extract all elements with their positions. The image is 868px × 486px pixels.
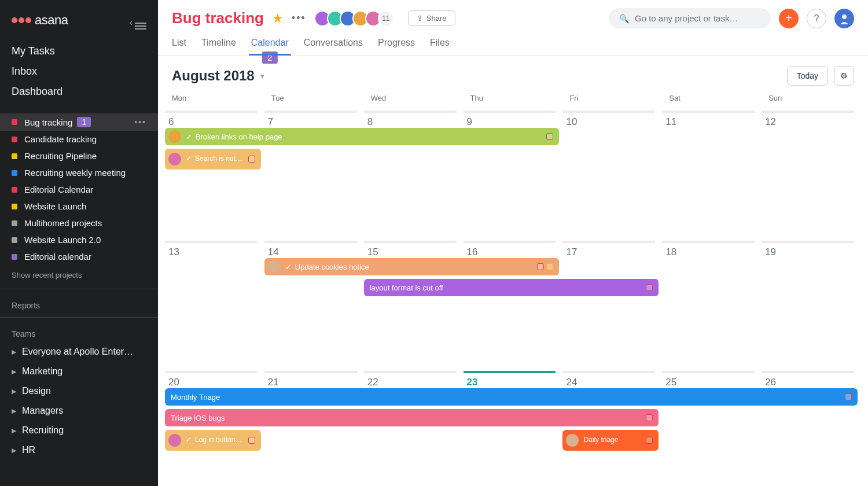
team-item[interactable]: ▶Design	[0, 381, 158, 401]
project-label: Multihomed projects	[24, 218, 102, 228]
calendar-event[interactable]: ✓Update cookies notice	[264, 258, 560, 275]
reports-heading[interactable]: Reports	[0, 293, 158, 314]
calendar-day[interactable]: 14	[264, 237, 364, 367]
collapse-sidebar-icon[interactable]	[135, 10, 146, 30]
calendar-day[interactable]: 15	[364, 237, 464, 367]
add-button[interactable]: +	[779, 9, 799, 28]
sidebar-project-item[interactable]: Editorial Calendar	[0, 181, 158, 198]
month-dropdown-icon[interactable]: ▾	[260, 72, 264, 80]
sidebar-project-item[interactable]: Website Launch	[0, 198, 158, 215]
team-item[interactable]: ▶Everyone at Apollo Enter…	[0, 342, 158, 362]
sidebar-project-item[interactable]: Candidate tracking	[0, 131, 158, 148]
day-number: 22	[364, 377, 460, 388]
svg-point-0	[842, 14, 847, 19]
team-item[interactable]: ▶HR	[0, 440, 158, 460]
team-item[interactable]: ▶Managers	[0, 401, 158, 421]
tab-conversations[interactable]: Conversations	[304, 38, 363, 55]
show-recent-projects[interactable]: Show recent projects	[0, 265, 158, 285]
sidebar-project-item[interactable]: Multihomed projects	[0, 215, 158, 231]
tab-timeline[interactable]: Timeline	[201, 38, 236, 55]
calendar-day[interactable]: 17	[562, 237, 662, 367]
project-title[interactable]: Bug tracking	[172, 9, 264, 27]
search-input[interactable]	[635, 13, 760, 23]
project-more-icon[interactable]: •••	[292, 12, 306, 24]
sidebar-project-item[interactable]: Editorial calendar	[0, 248, 158, 265]
tabs: ListTimelineCalendar2ConversationsProgre…	[158, 28, 868, 56]
event-tag-dot	[646, 414, 653, 421]
logo[interactable]: asana	[12, 13, 68, 28]
team-label: Recruiting	[22, 425, 64, 436]
help-button[interactable]: ?	[807, 9, 826, 28]
sidebar-nav-inbox[interactable]: Inbox	[0, 61, 158, 82]
day-number: 7	[264, 116, 361, 128]
team-item[interactable]: ▶Recruiting	[0, 421, 158, 440]
project-color-icon	[12, 170, 17, 176]
weekday-label: Tue	[264, 91, 364, 107]
tab-calendar[interactable]: Calendar2	[251, 38, 289, 55]
sidebar-project-item[interactable]: Website Launch 2.0	[0, 231, 158, 248]
user-avatar[interactable]	[834, 9, 854, 28]
check-icon: ✓	[285, 263, 292, 271]
share-icon: ⇪	[417, 14, 423, 23]
day-number: 19	[762, 246, 858, 258]
caret-icon: ▶	[12, 348, 16, 356]
sidebar-project-item[interactable]: Recruiting weekly meeting	[0, 164, 158, 181]
day-number: 26	[762, 377, 858, 388]
day-number: 12	[762, 116, 858, 128]
calendar-event[interactable]: ✓Broken links on help page	[165, 128, 559, 145]
event-title: Log in button…	[195, 436, 242, 444]
sidebar-nav-dashboard[interactable]: Dashboard	[0, 82, 158, 102]
calendar-event[interactable]: Triage iOS bugs	[165, 409, 659, 426]
star-icon[interactable]: ★	[272, 11, 284, 26]
event-tag-dot	[537, 263, 544, 270]
tab-list[interactable]: List	[172, 38, 186, 55]
month-title[interactable]: August 2018	[172, 68, 255, 84]
calendar-event[interactable]: ✓Search is not…	[165, 149, 261, 170]
day-number: 10	[562, 116, 659, 128]
filter-button[interactable]: ⚙	[834, 66, 854, 86]
calendar-day[interactable]: 16	[464, 237, 563, 367]
event-avatar	[268, 260, 281, 273]
calendar-day[interactable]: 19	[762, 237, 861, 367]
member-avatars[interactable]: 11	[318, 10, 394, 27]
day-number: 13	[165, 246, 261, 258]
logo-text: asana	[35, 13, 68, 28]
team-label: Managers	[22, 406, 63, 416]
tab-files[interactable]: Files	[430, 38, 450, 55]
day-number: 25	[662, 377, 758, 388]
member-count[interactable]: 11	[378, 10, 394, 27]
project-label: Candidate tracking	[24, 134, 97, 144]
event-avatar	[168, 130, 181, 143]
sidebar-project-item[interactable]: Recruiting Pipeline	[0, 148, 158, 164]
event-title: Update cookies notice	[295, 263, 369, 271]
share-label: Share	[426, 14, 447, 23]
project-label: Editorial Calendar	[24, 185, 93, 194]
project-color-icon	[12, 137, 17, 142]
tab-progress[interactable]: Progress	[378, 38, 415, 55]
day-number: 20	[165, 377, 261, 388]
teams-heading: Teams	[0, 321, 158, 342]
calendar-event[interactable]: Monthly Triage	[165, 388, 858, 406]
today-button[interactable]: Today	[787, 66, 828, 86]
day-number: 18	[662, 246, 758, 258]
event-title: layout format is cut off	[370, 284, 443, 292]
caret-icon: ▶	[12, 447, 16, 454]
calendar-event[interactable]: Daily triage	[562, 430, 659, 451]
calendar-day[interactable]: 18	[662, 237, 762, 367]
calendar-event[interactable]: layout format is cut off	[364, 279, 659, 296]
sidebar-project-item[interactable]: Bug tracking1•••	[0, 113, 158, 131]
project-more-icon[interactable]: •••	[134, 117, 146, 127]
project-label: Website Launch	[24, 201, 86, 211]
share-button[interactable]: ⇪ Share	[408, 10, 455, 26]
calendar-day[interactable]: 13	[165, 237, 264, 367]
event-title: Daily triage	[583, 436, 618, 444]
check-icon: ✓	[186, 436, 192, 444]
caret-icon: ▶	[12, 427, 16, 435]
calendar-event[interactable]: ✓Log in button…	[165, 430, 261, 451]
team-item[interactable]: ▶Marketing	[0, 362, 158, 381]
event-avatar	[168, 153, 181, 165]
day-number: 21	[264, 377, 361, 388]
sidebar-nav-my-tasks[interactable]: My Tasks	[0, 41, 158, 61]
search-box[interactable]: 🔍	[609, 8, 771, 28]
event-title: Broken links on help page	[196, 132, 282, 141]
